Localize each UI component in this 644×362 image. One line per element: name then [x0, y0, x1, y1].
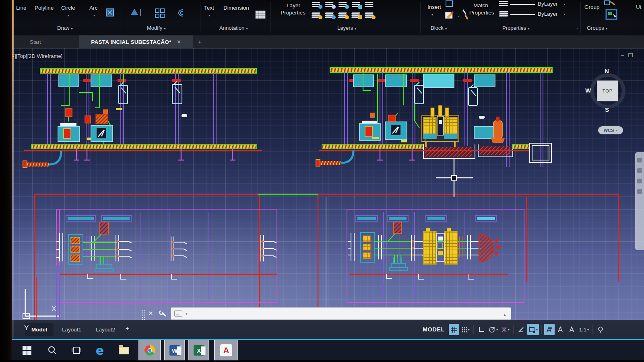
search-icon[interactable] — [46, 344, 58, 356]
workspace-switching-partial[interactable] — [595, 324, 606, 335]
viewcube[interactable]: N W S TOP — [584, 68, 629, 116]
arc-dropdown-icon[interactable]: ▾ — [93, 14, 95, 17]
command-grip-handle[interactable] — [142, 310, 146, 320]
panel-groups[interactable]: Groups▾ — [587, 25, 607, 31]
viewcube-north[interactable]: N — [605, 68, 609, 74]
tool-match-properties-line2[interactable]: Properties — [469, 10, 494, 16]
tab-drawing[interactable]: PASTA INCIAL SUBESTAÇÃO* ✕ — [79, 35, 193, 48]
command-close-icon[interactable]: ✕ — [148, 310, 153, 317]
scale-indicator[interactable]: 1:1▾ — [578, 324, 590, 335]
viewcube-south[interactable]: S — [605, 106, 609, 113]
tab-start[interactable]: Start — [15, 35, 56, 48]
autoscale-toggle[interactable] — [555, 324, 566, 335]
command-history-icon[interactable]: ▲ — [503, 313, 507, 317]
tool-text[interactable]: Text — [204, 5, 214, 11]
tab-layout2[interactable]: Layout2 — [89, 323, 122, 336]
start-button[interactable] — [21, 344, 33, 356]
wcs-dropdown[interactable]: WCS▾ — [598, 126, 623, 134]
layer-lock-icon[interactable] — [352, 1, 362, 9]
layer-flash-icon[interactable] — [365, 11, 376, 19]
viewcube-top-face[interactable]: TOP — [597, 80, 618, 101]
autocad-taskbar-button[interactable]: A — [214, 340, 238, 360]
insert-dropdown-icon[interactable]: ▾ — [431, 13, 433, 16]
file-explorer-icon[interactable] — [118, 344, 130, 356]
tab-layout1[interactable]: Layout1 — [56, 323, 88, 336]
panel-draw[interactable]: Draw▾ — [57, 25, 73, 31]
layer-thaw-icon[interactable] — [339, 1, 349, 9]
polar-tracking-toggle[interactable]: ▾ — [487, 324, 499, 335]
isometric-drafting-toggle[interactable]: ▾ — [500, 324, 511, 335]
tool-circle[interactable]: Circle — [61, 5, 75, 11]
viewcube-west[interactable]: W — [585, 87, 591, 94]
excel-taskbar-button[interactable]: X — [188, 340, 209, 360]
lineweight-dropdown-icon[interactable]: ▾ — [564, 12, 565, 16]
circle-dropdown-icon[interactable]: ▾ — [68, 14, 69, 17]
tab-close-icon[interactable]: ✕ — [177, 39, 181, 45]
tool-arc[interactable]: Arc — [89, 5, 97, 11]
monitor-bezel-bottom — [0, 360, 644, 362]
object-snap-toggle[interactable]: ▾ — [527, 324, 539, 335]
viewport-window-buttons[interactable]: –❐ — [621, 52, 637, 58]
new-layout-button[interactable]: + — [126, 325, 129, 332]
tool-line[interactable]: Line — [16, 5, 27, 11]
drawing-canvas[interactable]: [-][Top][2D Wireframe] –❐ N W S TOP WCS▾… — [0, 48, 644, 320]
new-tab-button[interactable]: + — [198, 38, 202, 45]
annotation-visibility-toggle[interactable] — [544, 324, 555, 335]
block-dropdown-icon[interactable]: ▾ — [458, 14, 460, 18]
word-taskbar-button[interactable]: W — [164, 340, 185, 360]
snap-toggle[interactable]: ▾ — [460, 324, 471, 335]
panel-block[interactable]: Block▾ — [431, 25, 447, 31]
grid-toggle[interactable] — [449, 324, 459, 335]
panel-annotation[interactable]: Annotation▾ — [219, 25, 248, 31]
command-prompt-icon — [174, 311, 182, 317]
task-view-icon[interactable] — [70, 344, 83, 356]
layer-isolate-icon[interactable] — [325, 11, 336, 19]
annotation-scale-button[interactable] — [567, 324, 577, 335]
elevation-view-right — [316, 68, 552, 167]
panel-modify[interactable]: Modify▾ — [147, 25, 166, 31]
layer-stack-icon[interactable] — [365, 1, 376, 9]
color-bylayer-select[interactable]: ByLayer — [538, 1, 558, 7]
autocad-icon: A — [220, 344, 232, 356]
panel-launcher-icon[interactable]: ⌟ — [576, 26, 578, 29]
monitor-bezel-left — [0, 0, 12, 362]
tab-model[interactable]: Model — [25, 323, 54, 336]
command-input[interactable]: ▾ ▲ — [171, 307, 511, 320]
command-dropdown-icon[interactable]: ▾ — [186, 312, 188, 316]
group-icons[interactable] — [603, 0, 621, 21]
tool-polyline[interactable]: Polyline — [35, 5, 54, 11]
color-sample-line — [510, 4, 535, 5]
lineweight-bylayer-select[interactable]: ByLayer — [538, 11, 558, 17]
block-edit-icon[interactable] — [444, 0, 457, 21]
command-wrench-icon[interactable] — [159, 309, 167, 318]
viewport-controls[interactable]: [-][Top][2D Wireframe] — [11, 53, 62, 59]
panel-properties[interactable]: Properties▾ — [502, 25, 530, 31]
edge-icon[interactable]: e — [94, 344, 106, 356]
layer-properties-button[interactable]: Layer — [282, 2, 305, 8]
color-dropdown-icon[interactable]: ▾ — [564, 2, 565, 6]
navigation-bar[interactable] — [635, 152, 644, 250]
object-snap-tracking-toggle[interactable] — [516, 324, 526, 335]
layer-off-icon[interactable] — [312, 11, 322, 19]
tool-insert[interactable]: Insert — [427, 4, 441, 10]
modify-icons[interactable] — [104, 6, 196, 23]
ucs-x-label: X — [52, 305, 56, 313]
table-icon[interactable] — [255, 10, 266, 19]
text-dropdown-icon[interactable]: ▾ — [208, 14, 210, 17]
layer-unlock-icon[interactable] — [352, 11, 362, 19]
panel-layers[interactable]: Layers▾ — [337, 25, 357, 31]
ortho-toggle[interactable] — [476, 324, 487, 335]
layer-freeze-icon[interactable] — [325, 1, 336, 9]
tool-match-properties[interactable]: Match — [473, 2, 488, 8]
layer-on-icon[interactable] — [312, 1, 322, 9]
ucs-y-label: Y — [24, 324, 29, 332]
chrome-taskbar-button[interactable] — [138, 340, 161, 360]
layer-sun-icon[interactable] — [339, 11, 349, 19]
model-space-indicator[interactable]: MODEL — [423, 326, 445, 333]
layer-properties-button-line2[interactable]: Properties — [277, 10, 309, 16]
tool-group[interactable]: Group — [584, 4, 600, 10]
ribbon: Line Polyline Circle ▾ Arc ▾ Draw▾ Modif… — [0, 0, 644, 35]
windows-taskbar: e W X A — [0, 339, 644, 360]
match-properties-icon[interactable] — [461, 9, 469, 21]
tool-dimension[interactable]: Dimension — [223, 5, 249, 11]
